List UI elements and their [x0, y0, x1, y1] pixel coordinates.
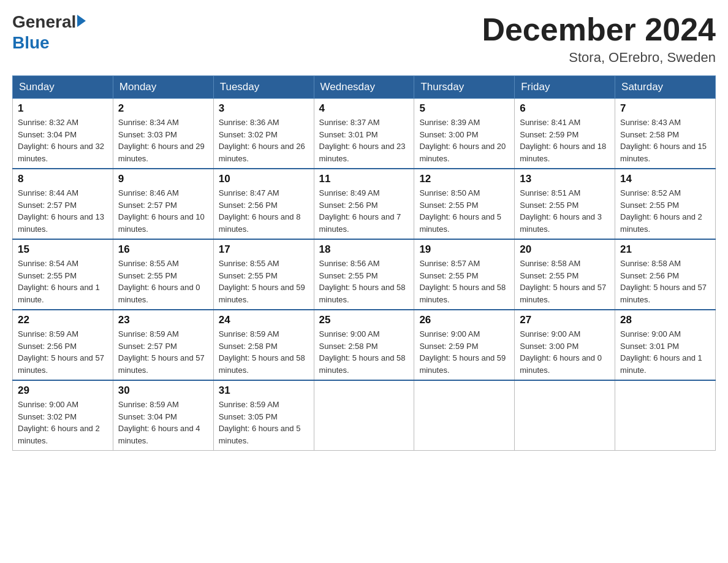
calendar-cell: 8Sunrise: 8:44 AMSunset: 2:57 PMDaylight…: [13, 169, 113, 239]
day-info: Sunrise: 8:59 AMSunset: 2:56 PMDaylight:…: [18, 328, 108, 376]
day-number: 7: [620, 102, 710, 115]
calendar-cell: 15Sunrise: 8:54 AMSunset: 2:55 PMDayligh…: [13, 239, 113, 310]
day-number: 10: [219, 173, 309, 185]
day-number: 14: [620, 173, 710, 185]
calendar-table: SundayMondayTuesdayWednesdayThursdayFrid…: [12, 75, 716, 451]
weekday-header-tuesday: Tuesday: [213, 76, 314, 99]
weekday-header-row: SundayMondayTuesdayWednesdayThursdayFrid…: [13, 76, 716, 99]
weekday-header-saturday: Saturday: [615, 76, 716, 99]
day-info: Sunrise: 9:00 AMSunset: 3:02 PMDaylight:…: [18, 399, 108, 446]
day-info: Sunrise: 8:50 AMSunset: 2:55 PMDaylight:…: [419, 187, 509, 235]
logo-general: General: [12, 12, 76, 32]
day-number: 23: [118, 314, 208, 326]
day-info: Sunrise: 8:43 AMSunset: 2:58 PMDaylight:…: [620, 117, 710, 164]
day-number: 9: [118, 173, 208, 185]
calendar-cell: 21Sunrise: 8:58 AMSunset: 2:56 PMDayligh…: [615, 239, 716, 310]
day-number: 17: [219, 243, 309, 256]
day-number: 24: [219, 314, 309, 326]
day-number: 13: [520, 173, 610, 185]
day-info: Sunrise: 8:59 AMSunset: 3:05 PMDaylight:…: [219, 399, 309, 446]
day-number: 18: [319, 243, 409, 256]
day-number: 4: [319, 102, 409, 115]
day-info: Sunrise: 8:46 AMSunset: 2:57 PMDaylight:…: [118, 187, 208, 235]
calendar-cell: 13Sunrise: 8:51 AMSunset: 2:55 PMDayligh…: [515, 169, 615, 239]
day-info: Sunrise: 8:34 AMSunset: 3:03 PMDaylight:…: [118, 117, 208, 164]
calendar-cell: 19Sunrise: 8:57 AMSunset: 2:55 PMDayligh…: [414, 239, 515, 310]
day-info: Sunrise: 8:51 AMSunset: 2:55 PMDaylight:…: [520, 187, 610, 235]
day-info: Sunrise: 8:47 AMSunset: 2:56 PMDaylight:…: [219, 187, 309, 235]
calendar-cell: 20Sunrise: 8:58 AMSunset: 2:55 PMDayligh…: [515, 239, 615, 310]
day-number: 16: [118, 243, 208, 256]
day-info: Sunrise: 8:54 AMSunset: 2:55 PMDaylight:…: [18, 258, 108, 305]
weekday-header-friday: Friday: [515, 76, 615, 99]
weekday-header-wednesday: Wednesday: [314, 76, 414, 99]
weekday-header-sunday: Sunday: [13, 76, 113, 99]
day-number: 31: [219, 385, 309, 397]
day-number: 11: [319, 173, 409, 185]
day-number: 22: [18, 314, 108, 326]
calendar-cell: 17Sunrise: 8:55 AMSunset: 2:55 PMDayligh…: [213, 239, 314, 310]
calendar-cell: [314, 380, 414, 451]
calendar-cell: 31Sunrise: 8:59 AMSunset: 3:05 PMDayligh…: [213, 380, 314, 451]
day-info: Sunrise: 8:44 AMSunset: 2:57 PMDaylight:…: [18, 187, 108, 235]
calendar-cell: 14Sunrise: 8:52 AMSunset: 2:55 PMDayligh…: [615, 169, 716, 239]
day-info: Sunrise: 8:59 AMSunset: 2:57 PMDaylight:…: [118, 328, 208, 376]
calendar-cell: 27Sunrise: 9:00 AMSunset: 3:00 PMDayligh…: [515, 310, 615, 380]
day-info: Sunrise: 9:00 AMSunset: 3:00 PMDaylight:…: [520, 328, 610, 376]
calendar-cell: 3Sunrise: 8:36 AMSunset: 3:02 PMDaylight…: [213, 99, 314, 169]
calendar-cell: 10Sunrise: 8:47 AMSunset: 2:56 PMDayligh…: [213, 169, 314, 239]
calendar-cell: [414, 380, 515, 451]
calendar-cell: 16Sunrise: 8:55 AMSunset: 2:55 PMDayligh…: [113, 239, 213, 310]
day-info: Sunrise: 8:55 AMSunset: 2:55 PMDaylight:…: [219, 258, 309, 305]
day-number: 25: [319, 314, 409, 326]
day-number: 5: [419, 102, 509, 115]
calendar-cell: 11Sunrise: 8:49 AMSunset: 2:56 PMDayligh…: [314, 169, 414, 239]
calendar-title: December 2024: [482, 12, 716, 47]
calendar-cell: 26Sunrise: 9:00 AMSunset: 2:59 PMDayligh…: [414, 310, 515, 380]
week-row-5: 29Sunrise: 9:00 AMSunset: 3:02 PMDayligh…: [13, 380, 716, 451]
day-number: 19: [419, 243, 509, 256]
day-info: Sunrise: 8:39 AMSunset: 3:00 PMDaylight:…: [419, 117, 509, 164]
week-row-4: 22Sunrise: 8:59 AMSunset: 2:56 PMDayligh…: [13, 310, 716, 380]
day-info: Sunrise: 8:58 AMSunset: 2:55 PMDaylight:…: [520, 258, 610, 305]
calendar-subtitle: Stora, OErebro, Sweden: [482, 50, 716, 66]
weekday-header-thursday: Thursday: [414, 76, 515, 99]
day-number: 27: [520, 314, 610, 326]
day-info: Sunrise: 8:36 AMSunset: 3:02 PMDaylight:…: [219, 117, 309, 164]
day-info: Sunrise: 8:59 AMSunset: 3:04 PMDaylight:…: [118, 399, 208, 446]
day-info: Sunrise: 8:59 AMSunset: 2:58 PMDaylight:…: [219, 328, 309, 376]
day-info: Sunrise: 8:56 AMSunset: 2:55 PMDaylight:…: [319, 258, 409, 305]
week-row-2: 8Sunrise: 8:44 AMSunset: 2:57 PMDaylight…: [13, 169, 716, 239]
calendar-cell: 29Sunrise: 9:00 AMSunset: 3:02 PMDayligh…: [13, 380, 113, 451]
day-number: 30: [118, 385, 208, 397]
day-info: Sunrise: 8:41 AMSunset: 2:59 PMDaylight:…: [520, 117, 610, 164]
calendar-cell: 25Sunrise: 9:00 AMSunset: 2:58 PMDayligh…: [314, 310, 414, 380]
week-row-3: 15Sunrise: 8:54 AMSunset: 2:55 PMDayligh…: [13, 239, 716, 310]
day-info: Sunrise: 8:49 AMSunset: 2:56 PMDaylight:…: [319, 187, 409, 235]
day-info: Sunrise: 8:37 AMSunset: 3:01 PMDaylight:…: [319, 117, 409, 164]
day-number: 21: [620, 243, 710, 256]
day-number: 2: [118, 102, 208, 115]
calendar-cell: 30Sunrise: 8:59 AMSunset: 3:04 PMDayligh…: [113, 380, 213, 451]
day-info: Sunrise: 8:55 AMSunset: 2:55 PMDaylight:…: [118, 258, 208, 305]
day-info: Sunrise: 9:00 AMSunset: 2:58 PMDaylight:…: [319, 328, 409, 376]
day-number: 15: [18, 243, 108, 256]
day-number: 28: [620, 314, 710, 326]
calendar-cell: 18Sunrise: 8:56 AMSunset: 2:55 PMDayligh…: [314, 239, 414, 310]
calendar-cell: [515, 380, 615, 451]
day-info: Sunrise: 9:00 AMSunset: 3:01 PMDaylight:…: [620, 328, 710, 376]
calendar-cell: 12Sunrise: 8:50 AMSunset: 2:55 PMDayligh…: [414, 169, 515, 239]
calendar-cell: 6Sunrise: 8:41 AMSunset: 2:59 PMDaylight…: [515, 99, 615, 169]
header: General Blue December 2024 Stora, OErebr…: [12, 12, 716, 66]
calendar-cell: 2Sunrise: 8:34 AMSunset: 3:03 PMDaylight…: [113, 99, 213, 169]
day-info: Sunrise: 9:00 AMSunset: 2:59 PMDaylight:…: [419, 328, 509, 376]
day-number: 6: [520, 102, 610, 115]
day-number: 12: [419, 173, 509, 185]
calendar-cell: 5Sunrise: 8:39 AMSunset: 3:00 PMDaylight…: [414, 99, 515, 169]
calendar-cell: 24Sunrise: 8:59 AMSunset: 2:58 PMDayligh…: [213, 310, 314, 380]
calendar-cell: [615, 380, 716, 451]
calendar-cell: 1Sunrise: 8:32 AMSunset: 3:04 PMDaylight…: [13, 99, 113, 169]
title-area: December 2024 Stora, OErebro, Sweden: [482, 12, 716, 66]
logo-blue-word: Blue: [12, 33, 50, 53]
day-number: 29: [18, 385, 108, 397]
